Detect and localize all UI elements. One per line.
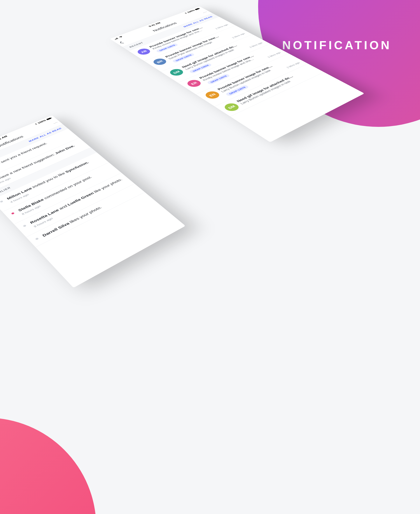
unread-dot-icon	[11, 212, 15, 215]
svg-rect-6	[115, 39, 116, 40]
avatar: ER	[185, 79, 203, 88]
read-dot-icon	[0, 200, 3, 203]
phone-mockup-social: 9:41 AM 100% Notifications ⋮ RECENTMARK …	[0, 115, 186, 288]
wifi-icon	[118, 36, 123, 38]
avatar: DM	[168, 68, 186, 77]
avatar: EN	[203, 90, 222, 100]
bluetooth-icon	[34, 123, 38, 125]
svg-rect-10	[195, 8, 200, 10]
bluetooth-icon	[184, 13, 188, 14]
svg-rect-4	[46, 118, 51, 120]
decorative-circle-bottom	[0, 418, 96, 514]
read-dot-icon	[35, 238, 39, 240]
avatar: BR	[151, 57, 169, 66]
battery-icon	[195, 8, 200, 10]
notification-list-social: RECENTMARK ALL AS READJohn Doe sent you …	[0, 124, 145, 247]
read-dot-icon	[23, 225, 27, 227]
hero-title: NOTIFICATION	[282, 38, 391, 52]
avatar: AB	[135, 47, 152, 56]
avatar: DM	[222, 102, 241, 113]
svg-rect-7	[115, 39, 117, 39]
signal-icon	[113, 37, 119, 40]
